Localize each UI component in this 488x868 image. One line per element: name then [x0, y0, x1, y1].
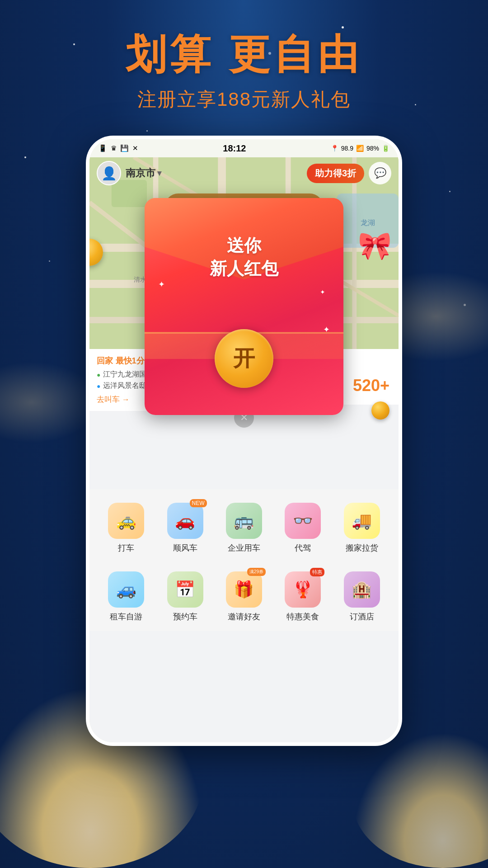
service-driver[interactable]: 👓 代驾	[285, 503, 321, 553]
appt-label: 预约车	[173, 611, 197, 622]
rental-icon: 🚙	[108, 571, 144, 608]
service-freight[interactable]: 🚚 搬家拉货	[344, 503, 380, 553]
services-row-2: 🚙 租车自游 📅 预约车 🎁 满29券	[89, 562, 399, 631]
envelope-text: 送你 新人红包	[210, 234, 278, 280]
freight-icon-wrapper: 🚚	[344, 503, 380, 539]
invite-icon: 🎁	[226, 571, 262, 608]
enterprise-icon: 🚌	[226, 503, 262, 539]
status-icons-right: 📍 98.9 📶 98% 🔋	[331, 145, 389, 152]
service-appt[interactable]: 📅 预约车	[167, 571, 203, 622]
taxi-icon-wrapper: 🚕	[108, 503, 144, 539]
main-title: 划算 更自由	[0, 27, 488, 82]
status-icons-left: 📱 ♛ 💾 ✕	[99, 144, 138, 152]
food-icon-wrapper: 🦞 特惠	[285, 571, 321, 608]
gold-ball-right	[371, 401, 389, 420]
food-icon: 🦞	[285, 571, 321, 608]
service-carpool[interactable]: 🚗 NEW 顺风车	[167, 503, 203, 553]
carpool-icon: 🚗	[167, 503, 203, 539]
hotel-label: 订酒店	[350, 611, 374, 622]
hotel-icon: 🏨	[344, 571, 380, 608]
food-label: 特惠美食	[286, 611, 319, 622]
service-enterprise[interactable]: 🚌 企业用车	[226, 503, 262, 553]
app-header: 👤 南京市 ▾ 助力得3折 💬	[89, 157, 399, 189]
gift-pkg-decoration: 🎀	[358, 230, 394, 266]
taxi-icon: 🚕	[108, 503, 144, 539]
services-row-1: 🚕 打车 🚗 NEW 顺风车 🚌	[89, 494, 399, 562]
freight-icon: 🚚	[344, 503, 380, 539]
user-avatar[interactable]: 👤	[97, 161, 121, 185]
status-bar: 📱 ♛ 💾 ✕ 18:12 📍 98.9 📶 98% 🔋	[89, 139, 399, 157]
driver-icon: 👓	[285, 503, 321, 539]
appt-icon: 📅	[167, 571, 203, 608]
enterprise-label: 企业用车	[228, 542, 260, 553]
service-invite[interactable]: 🎁 满29券 邀请好友	[226, 571, 262, 622]
carpool-label: 顺风车	[173, 542, 197, 553]
service-food[interactable]: 🦞 特惠 特惠美食	[285, 571, 321, 622]
message-button[interactable]: 💬	[369, 162, 391, 184]
promo-button[interactable]: 助力得3折	[307, 164, 364, 183]
invite-badge: 满29券	[247, 568, 266, 576]
phone-frame: 📱 ♛ 💾 ✕ 18:12 📍 98.9 📶 98% 🔋	[86, 136, 402, 746]
sub-title: 注册立享188元新人礼包	[0, 87, 488, 112]
prize-amount: 520+	[353, 376, 389, 395]
freight-label: 搬家拉货	[346, 542, 378, 553]
signal-text: 98.9	[341, 145, 353, 152]
location-dot-green: ●	[97, 371, 100, 378]
carpool-icon-wrapper: 🚗 NEW	[167, 503, 203, 539]
invite-label: 邀请好友	[228, 611, 260, 622]
food-badge: 特惠	[310, 568, 324, 576]
location-dot-blue: ●	[97, 382, 100, 390]
status-time: 18:12	[138, 143, 331, 154]
sparkle-1: ✦	[158, 279, 165, 289]
sparkle-3: ✦	[323, 325, 330, 335]
red-envelope-overlay: 送你 新人红包 ✦ ✦ ✦ 开	[145, 198, 343, 415]
appt-icon-wrapper: 📅	[167, 571, 203, 608]
svg-text:龙湖: 龙湖	[361, 219, 375, 226]
rental-label: 租车自游	[110, 611, 142, 622]
services-section: 🚕 打车 🚗 NEW 顺风车 🚌	[89, 489, 399, 631]
driver-label: 代驾	[295, 542, 311, 553]
enterprise-icon-wrapper: 🚌	[226, 503, 262, 539]
driver-icon-wrapper: 👓	[285, 503, 321, 539]
new-badge: NEW	[190, 499, 207, 507]
battery-text: 98%	[366, 145, 379, 152]
service-taxi[interactable]: 🚕 打车	[108, 503, 144, 553]
taxi-label: 打车	[118, 542, 134, 553]
city-selector[interactable]: 南京市 ▾	[126, 166, 161, 180]
hotel-icon-wrapper: 🏨	[344, 571, 380, 608]
service-hotel[interactable]: 🏨 订酒店	[344, 571, 380, 622]
rental-icon-wrapper: 🚙	[108, 571, 144, 608]
invite-icon-wrapper: 🎁 满29券	[226, 571, 262, 608]
sparkle-2: ✦	[320, 288, 325, 296]
phone-screen: 📱 ♛ 💾 ✕ 18:12 📍 98.9 📶 98% 🔋	[89, 139, 399, 742]
red-envelope-body[interactable]: 送你 新人红包 ✦ ✦ ✦ 开	[145, 198, 343, 415]
open-envelope-button[interactable]: 开	[215, 329, 273, 388]
service-rental[interactable]: 🚙 租车自游	[108, 571, 144, 622]
header-section: 划算 更自由 注册立享188元新人礼包	[0, 27, 488, 112]
